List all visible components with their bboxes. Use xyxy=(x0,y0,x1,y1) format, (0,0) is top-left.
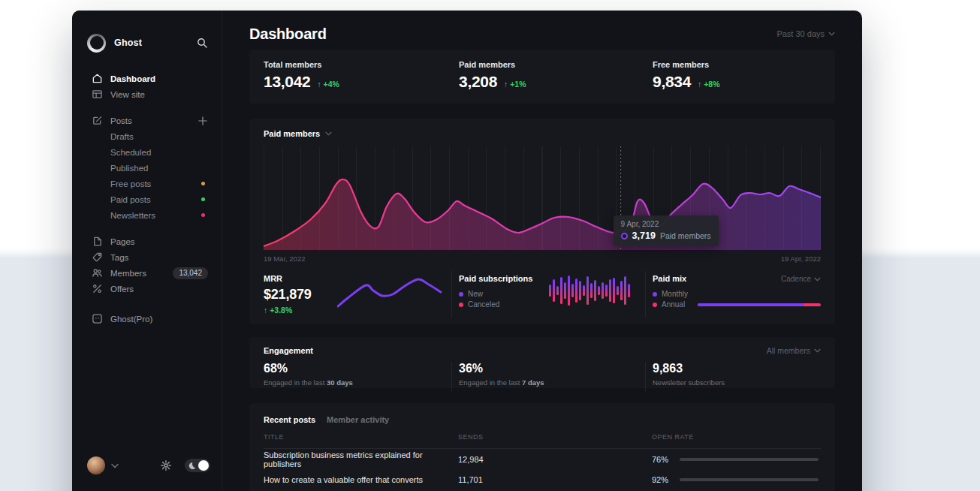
chart-start-date: 19 Mar, 2022 xyxy=(264,255,305,263)
sidebar-item-dashboard[interactable]: Dashboard xyxy=(72,71,222,86)
subscription-bar xyxy=(613,278,615,303)
table-row[interactable]: How to create a valuable offer that conv… xyxy=(264,469,821,489)
sidebar-item-drafts[interactable]: Drafts xyxy=(72,128,222,144)
engagement-stat: 68% Engaged in the last 30 days xyxy=(264,362,451,391)
subscription-bar xyxy=(560,277,562,304)
cadence-dropdown[interactable]: Cadence xyxy=(781,275,821,283)
legend-label: Annual xyxy=(662,300,685,309)
subscription-bar xyxy=(617,286,619,295)
stat-value: 9,834 xyxy=(653,73,691,91)
sidebar-item-tags[interactable]: Tags xyxy=(72,249,222,265)
ghostpro-icon xyxy=(92,313,103,324)
legend-dot-icon xyxy=(653,292,657,297)
sidebar-item-ghost-pro-[interactable]: Ghost(Pro) xyxy=(72,311,222,327)
engagement-value: 9,863 xyxy=(653,362,821,375)
subscription-bar xyxy=(605,285,608,297)
sidebar-item-published[interactable]: Published xyxy=(72,160,222,176)
account-row xyxy=(72,456,222,474)
legend-dot-icon xyxy=(459,292,463,297)
subscription-bar xyxy=(583,285,585,296)
mrr-section: MRR $21,879 ↑ +3.8% xyxy=(264,271,451,318)
new-post-icon[interactable] xyxy=(198,116,208,126)
subscription-bar xyxy=(628,284,630,297)
sidebar-nav: DashboardView sitePostsDraftsScheduledPu… xyxy=(72,71,222,327)
sidebar-item-free-posts[interactable]: Free posts xyxy=(72,176,222,191)
subscription-bar xyxy=(556,286,559,295)
post-sends: 11,701 xyxy=(451,475,645,484)
tooltip-value: 3,719 xyxy=(632,230,656,241)
open-rate-value: 76% xyxy=(652,455,670,464)
stat-label: Paid members xyxy=(459,60,653,69)
subscription-bar xyxy=(575,279,577,303)
legend-label: New xyxy=(468,290,483,298)
column-header: SENDS xyxy=(451,433,645,442)
percent-icon xyxy=(92,283,103,294)
page-title: Dashboard xyxy=(249,26,327,43)
legend-dot-icon xyxy=(459,303,463,307)
members-filter-label: All members xyxy=(767,346,810,355)
status-dot-icon xyxy=(201,182,205,185)
column-header: OPEN RATE xyxy=(645,433,821,442)
table-row[interactable]: Subscription business metrics explained … xyxy=(264,449,821,469)
sidebar-item-paid-posts[interactable]: Paid posts xyxy=(72,191,222,207)
subscription-bar xyxy=(549,285,551,297)
recent-posts-card: Recent postsMember activity TITLESENDSOP… xyxy=(249,403,835,491)
open-rate-bar xyxy=(680,478,819,481)
sidebar-item-scheduled[interactable]: Scheduled xyxy=(72,144,222,160)
cadence-label: Cadence xyxy=(781,275,811,283)
engagement-caption: Newsletter subscribers xyxy=(653,378,821,387)
search-icon[interactable] xyxy=(196,37,208,49)
browser-icon xyxy=(92,89,103,100)
date-range-dropdown[interactable]: Past 30 days xyxy=(776,29,835,38)
paid-mix-bar xyxy=(698,303,821,306)
subscription-bar xyxy=(586,276,589,305)
avatar[interactable] xyxy=(87,456,105,474)
sidebar-item-label: Pages xyxy=(110,237,135,246)
sidebar-item-newsletters[interactable]: Newsletters xyxy=(72,207,222,223)
engagement-caption: Engaged in the last 7 days xyxy=(459,378,645,387)
subscription-bar xyxy=(624,276,626,305)
dark-mode-toggle[interactable] xyxy=(185,459,210,472)
tab-recent-posts[interactable]: Recent posts xyxy=(264,415,315,426)
legend-label: Canceled xyxy=(468,300,499,309)
stat-total-members: Total members 13,042 ↑ +4% xyxy=(264,60,459,104)
edit-icon xyxy=(92,115,103,126)
table-body: Subscription business metrics explained … xyxy=(264,449,821,489)
post-open-rate: 76% xyxy=(645,455,821,464)
sidebar-item-offers[interactable]: Offers xyxy=(72,281,222,297)
sidebar-item-view-site[interactable]: View site xyxy=(72,86,222,102)
ghost-logo xyxy=(87,34,106,53)
tab-member-activity[interactable]: Member activity xyxy=(327,415,389,426)
sidebar-item-label: Offers xyxy=(110,285,134,294)
tag-icon xyxy=(92,252,103,263)
tooltip-label: Paid members xyxy=(660,231,711,240)
subscription-bar xyxy=(598,286,600,295)
members-filter-dropdown[interactable]: All members xyxy=(767,346,821,355)
chevron-down-icon[interactable] xyxy=(111,463,119,468)
sidebar-item-label: Drafts xyxy=(110,132,134,141)
sidebar-item-members[interactable]: Members13,042 xyxy=(72,265,222,281)
stat-value: 3,208 xyxy=(459,73,497,91)
members-stats-card: Total members 13,042 ↑ +4%Paid members 3… xyxy=(249,50,835,104)
chevron-down-icon xyxy=(828,32,835,36)
sidebar-item-label: Posts xyxy=(110,116,132,125)
brand-title: Ghost xyxy=(114,38,196,48)
gear-icon[interactable] xyxy=(160,459,172,471)
chevron-down-icon[interactable] xyxy=(325,131,332,136)
members-icon xyxy=(92,267,103,279)
sidebar: Ghost DashboardView sitePostsDraftsSched… xyxy=(72,11,222,491)
paid-members-chart[interactable]: 9 Apr, 2022 3,719 Paid members xyxy=(264,146,821,250)
engagement-value: 68% xyxy=(264,362,451,375)
sidebar-item-posts[interactable]: Posts xyxy=(72,113,222,128)
status-dot-icon xyxy=(201,213,205,217)
sidebar-item-pages[interactable]: Pages xyxy=(72,233,222,249)
sidebar-item-label: Scheduled xyxy=(110,148,151,157)
moon-icon xyxy=(188,462,196,470)
subscription-bar xyxy=(609,279,611,302)
subscription-bar xyxy=(579,281,581,300)
sidebar-item-label: View site xyxy=(110,90,145,99)
subscription-bar xyxy=(571,284,574,297)
chart-end-date: 19 Apr, 2022 xyxy=(781,255,821,263)
stat-delta: ↑ +4% xyxy=(317,80,339,89)
main-content: Dashboard Past 30 days Total members 13,… xyxy=(222,11,862,491)
